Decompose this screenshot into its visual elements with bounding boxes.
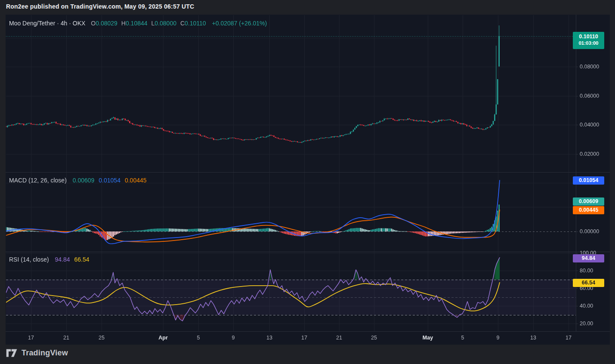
axis-price-label: 20.00 xyxy=(580,321,593,327)
time-axis-label: May xyxy=(423,335,433,341)
time-axis-label: 17 xyxy=(301,335,307,341)
ohlc-label: O xyxy=(91,20,96,27)
price-change: +0.02087 (+26.01%) xyxy=(212,20,267,27)
countdown-timer: 01:03:00 xyxy=(573,40,604,46)
macd-title: MACD (12, 26, close) xyxy=(9,177,67,184)
indicator-value-badge: 0.01054 xyxy=(573,176,604,185)
time-axis-label: 17 xyxy=(566,335,572,341)
price-legend[interactable]: Moo Deng/Tether · 4h · OKX O0.08029H0.10… xyxy=(9,20,267,27)
published-header: Ron2ee published on TradingView.com, May… xyxy=(6,3,194,10)
axis-price-label: 0.08000 xyxy=(580,64,599,70)
rsi-values: 94.8466.54 xyxy=(50,256,89,263)
indicator-value-badge: 0.00445 xyxy=(573,206,604,214)
axis-price-label: 0.00000 xyxy=(580,228,599,234)
ohlc-label: C xyxy=(180,20,185,27)
current-price-badge: 0.1011001:03:00 xyxy=(573,32,604,49)
indicator-value: 0.00609 xyxy=(73,177,95,184)
time-axis-label: 21 xyxy=(336,335,342,341)
ohlc-value: 0.08029 xyxy=(96,20,117,27)
ohlc-value: 0.08000 xyxy=(155,20,176,27)
time-axis-label: Apr xyxy=(158,335,168,341)
time-axis-label: 13 xyxy=(530,335,536,341)
indicator-value: 0.01054 xyxy=(99,177,121,184)
time-axis-label: 25 xyxy=(99,335,105,341)
tradingview-snapshot: Ron2ee published on TradingView.com, May… xyxy=(0,0,615,364)
rsi-legend[interactable]: RSI (14, close) 94.8466.54 xyxy=(9,256,90,263)
rsi-title: RSI (14, close) xyxy=(9,256,49,263)
time-axis-label: 17 xyxy=(28,335,34,341)
time-axis-label: 9 xyxy=(497,335,500,341)
time-axis-label: 25 xyxy=(371,335,377,341)
time-axis-label: 21 xyxy=(63,335,69,341)
axis-price-label: 0.04000 xyxy=(580,122,599,128)
time-axis-label: 13 xyxy=(266,335,272,341)
macd-legend[interactable]: MACD (12, 26, close) 0.006090.010540.004… xyxy=(9,177,147,184)
indicator-value: 0.00445 xyxy=(125,177,147,184)
time-axis-label: 5 xyxy=(197,335,200,341)
macd-values: 0.006090.010540.00445 xyxy=(68,177,147,184)
indicator-value: 66.54 xyxy=(74,256,90,263)
indicator-value-badge: 0.00609 xyxy=(573,197,604,206)
indicator-value: 94.84 xyxy=(55,256,70,263)
axis-price-label: 80.00 xyxy=(580,268,593,274)
ohlc-value: 0.10844 xyxy=(126,20,148,27)
tradingview-brand-text[interactable]: TradingView xyxy=(22,349,68,358)
axis-price-label: 40.00 xyxy=(580,303,593,309)
ohlc-value: 0.10110 xyxy=(185,20,206,27)
footer-bar: TradingView xyxy=(6,348,68,358)
tradingview-logo-icon[interactable] xyxy=(6,348,18,358)
indicator-value-badge: 66.54 xyxy=(573,279,604,287)
ohlc-values: O0.08029H0.10844L0.08000C0.10110 xyxy=(87,20,206,27)
time-axis-label: 9 xyxy=(232,335,235,341)
time-axis-label: 5 xyxy=(461,335,464,341)
axis-price-label: 0.06000 xyxy=(580,93,599,99)
axis-price-label: 0.02000 xyxy=(580,151,599,157)
ohlc-label: H xyxy=(121,20,126,27)
symbol-title: Moo Deng/Tether · 4h · OKX xyxy=(9,20,85,27)
indicator-value-badge: 94.84 xyxy=(573,254,604,262)
